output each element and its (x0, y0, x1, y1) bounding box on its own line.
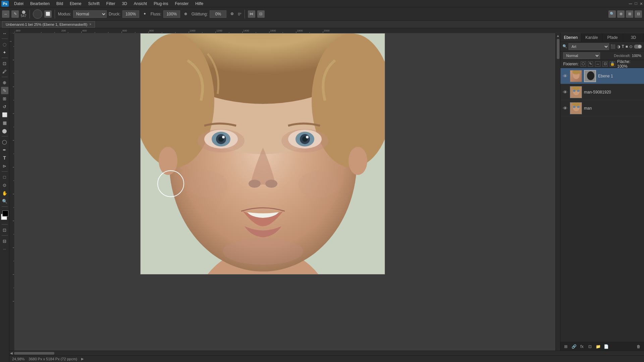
quick-mask-tool[interactable]: ⊡ (1, 226, 8, 234)
panel-more-icon[interactable]: ⊞ (562, 343, 569, 350)
density-value[interactable]: 100% (122, 10, 139, 18)
smoothing-value[interactable]: 0% (210, 10, 226, 18)
menu-filter[interactable]: Filter (105, 1, 117, 7)
tab-ebenen[interactable]: Ebenen (560, 33, 581, 42)
layer-visibility-icon[interactable]: 👁 (562, 106, 568, 111)
scrollbar-vertical[interactable]: ▲ (555, 33, 560, 351)
symmetry-icon[interactable]: ⋈ (248, 10, 255, 18)
shape-tool[interactable]: □ (1, 173, 8, 181)
menu-fenster[interactable]: Fenster (174, 1, 190, 7)
history-brush-tool[interactable]: ↺ (1, 103, 8, 110)
density-label: Druck: (109, 12, 120, 16)
scroll-thumb-h[interactable] (14, 352, 54, 355)
scroll-thumb-v[interactable] (557, 39, 559, 59)
scroll-left-arrow[interactable]: ◀ (10, 351, 13, 355)
brush-tool[interactable]: ✎ (11, 10, 19, 18)
screen-mode[interactable]: ⊟ (1, 237, 8, 245)
filter-adjust-icon[interactable]: ◑ (617, 44, 620, 49)
flow-value[interactable]: 100% (163, 10, 180, 18)
zoom-icon[interactable]: ⊕ (617, 10, 625, 18)
window-close[interactable]: × (640, 1, 643, 6)
brush-mode-toggle[interactable]: ⬜ (44, 10, 52, 18)
document-tab[interactable]: Unbenannt-1 bei 25% (Ebene 1, Ebenenmask… (2, 21, 95, 28)
healing-tool[interactable]: ⊕ (1, 79, 8, 86)
new-group-icon[interactable]: 📁 (595, 343, 601, 350)
svg-text:1000: 1000 (190, 29, 196, 32)
3d-tool[interactable]: ⊙ (1, 181, 8, 189)
tab-close[interactable]: × (89, 22, 91, 26)
lasso-tool[interactable]: ◌ (1, 41, 8, 48)
pen-tool[interactable]: ✒ (1, 146, 8, 154)
opacity-value[interactable]: 100% (632, 54, 641, 58)
menu-bild[interactable]: Bild (55, 1, 64, 7)
brush-preset[interactable] (33, 9, 42, 19)
mode-select[interactable]: Normal (73, 10, 107, 18)
smoothing-options[interactable]: ⚙ (228, 10, 236, 18)
svg-point-97 (577, 106, 580, 108)
path-tool[interactable]: ⊳ (1, 162, 8, 170)
eyedropper-tool[interactable]: 🖉 (1, 68, 8, 75)
menu-schrift[interactable]: Schrift (87, 1, 101, 7)
extras-tool[interactable]: ··· (1, 245, 8, 253)
layer-item[interactable]: 👁 man (560, 100, 644, 116)
menu-hilfe[interactable]: Hilfe (194, 1, 205, 7)
brush-tool-left[interactable]: ✎ (1, 87, 8, 94)
filter-toggle[interactable] (634, 45, 642, 49)
dodge-tool[interactable]: ◯ (1, 138, 8, 145)
layer-item[interactable]: 👁 (560, 68, 644, 84)
magic-wand-tool[interactable]: ✦ (1, 49, 8, 56)
menu-ebene[interactable]: Ebene (68, 1, 83, 7)
zoom-tool-left[interactable]: 🔍 (1, 197, 8, 205)
pressure-icon[interactable]: ⊡ (257, 10, 265, 18)
add-style-icon[interactable]: fx (579, 343, 585, 350)
lock-all[interactable]: 🔒 (610, 61, 615, 67)
window-minimize[interactable]: ─ (629, 1, 632, 6)
menu-bearbeiten[interactable]: Bearbeiten (29, 1, 51, 7)
move-tool[interactable]: ↔ (2, 10, 9, 18)
tab-pfade[interactable]: Pfade (602, 33, 623, 42)
text-tool[interactable]: T (1, 154, 8, 162)
window-restore[interactable]: □ (635, 1, 637, 6)
new-layer-icon[interactable]: 📄 (603, 343, 609, 350)
tab-3d[interactable]: 3D (623, 33, 644, 42)
brush-size-display: ⬤ 547 (21, 10, 26, 18)
menu-plugins[interactable]: Plug-ins (152, 1, 169, 7)
svg-text:600: 600 (122, 29, 127, 32)
scrollbar-horizontal[interactable]: ◀ (9, 351, 644, 355)
filter-pixel-icon[interactable]: ⬛ (610, 44, 615, 49)
filter-select[interactable]: Art (569, 43, 609, 50)
tab-kanaele[interactable]: Kanäle (581, 33, 602, 42)
arrange-icon[interactable]: ⊞ (626, 10, 633, 18)
blend-mode-select[interactable]: Normal (563, 52, 600, 59)
menu-datei[interactable]: Datei (13, 1, 25, 7)
menu-3d[interactable]: 3D (120, 1, 128, 7)
selection-tool[interactable]: ↔ (1, 29, 8, 37)
search-icon[interactable]: 🔍 (608, 10, 616, 18)
status-arrow[interactable]: ▶ (81, 357, 84, 361)
scroll-up-arrow[interactable]: ▲ (556, 34, 560, 38)
lock-move[interactable]: ↔ (595, 61, 600, 67)
filter-smart-icon[interactable]: ⊙ (629, 44, 633, 49)
layer-visibility-icon[interactable]: 👁 (562, 89, 568, 95)
workspace-icon[interactable]: ⊟ (635, 10, 642, 18)
add-mask-icon[interactable]: ⊡ (587, 343, 593, 350)
airbrush-icon[interactable]: ⊕ (182, 10, 190, 18)
gradient-tool[interactable]: ▦ (1, 119, 8, 126)
lock-artboard[interactable]: ⊡ (602, 61, 608, 67)
lock-paint[interactable]: ✎ (588, 61, 593, 67)
layer-item[interactable]: 👁 man-59081920 (560, 84, 644, 100)
layer-visibility-icon[interactable]: 👁 (562, 73, 568, 79)
hand-tool[interactable]: ✋ (1, 189, 8, 197)
clone-tool[interactable]: ⊞ (1, 95, 8, 102)
delete-layer-icon[interactable]: 🗑 (635, 343, 642, 350)
lock-transparent[interactable]: ⬡ (581, 61, 586, 67)
menu-ansicht[interactable]: Ansicht (132, 1, 148, 7)
crop-tool[interactable]: ⊡ (1, 60, 8, 67)
foreground-color[interactable] (2, 210, 8, 217)
filter-text-icon[interactable]: T (622, 44, 624, 49)
photo-canvas (14, 33, 555, 351)
eraser-tool[interactable]: ⬜ (1, 111, 8, 118)
blur-tool[interactable]: ⬤ (1, 127, 8, 134)
filter-shape-icon[interactable]: ■ (626, 44, 628, 49)
link-layers-icon[interactable]: 🔗 (571, 343, 577, 350)
